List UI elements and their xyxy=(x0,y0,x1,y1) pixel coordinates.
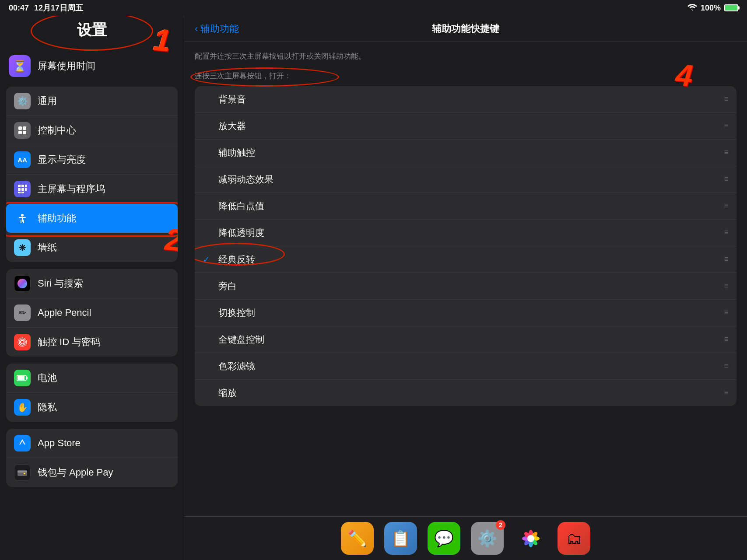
wallpaper-label: 墙纸 xyxy=(38,241,57,254)
touchid-label: 触控 ID 与密码 xyxy=(38,336,101,349)
svg-point-13 xyxy=(18,279,27,288)
homescreen-label: 主屏幕与程序坞 xyxy=(38,182,105,196)
privacy-label: 隐私 xyxy=(38,401,57,414)
sidebar-item-homescreen[interactable]: 主屏幕与程序坞 xyxy=(6,175,178,204)
dock-icon-misc[interactable]: 🗂 xyxy=(558,522,590,555)
shortcut-item-magnifier[interactable]: 放大器 ≡ xyxy=(195,113,736,140)
sidebar-item-siri[interactable]: Siri 与搜索 xyxy=(6,269,178,298)
svg-rect-11 xyxy=(21,192,24,193)
wifi-icon xyxy=(687,4,697,13)
sidebar-item-wallet[interactable]: 钱包与 Apple Pay xyxy=(6,458,178,487)
shortcut-item-reduce-white-point[interactable]: 降低白点值 ≡ xyxy=(195,193,736,220)
drag-handle-reduce-transparency[interactable]: ≡ xyxy=(724,228,729,237)
sidebar-item-applepencil[interactable]: ✏ Apple Pencil xyxy=(6,298,178,328)
settings-badge: 2 xyxy=(496,520,505,530)
sidebar-section-bottom: App Store 钱包与 Apple Pay xyxy=(6,429,178,487)
drag-handle-switch-control[interactable]: ≡ xyxy=(724,308,729,317)
appstore-icon xyxy=(14,435,31,452)
shortcut-item-classic-invert[interactable]: ✓ 经典反转 ≡ 3 xyxy=(195,246,736,273)
sidebar-item-display[interactable]: AA 显示与亮度 xyxy=(6,145,178,175)
shortcut-item-zoom[interactable]: 缩放 ≡ xyxy=(195,380,736,406)
sidebar-item-wallpaper[interactable]: ❋ 墙纸 xyxy=(6,233,178,262)
drag-handle-reduce-motion[interactable]: ≡ xyxy=(724,175,729,184)
annotation-number-1: 1 xyxy=(152,22,172,58)
back-label: 辅助功能 xyxy=(200,22,239,35)
battery-icon-sidebar xyxy=(14,370,31,386)
main-layout: 设置 1 ⏳ 屏幕使用时间 ⚙️ 通用 控制中心 AA 显示与亮度 xyxy=(0,16,747,560)
back-chevron-icon: ‹ xyxy=(195,23,198,35)
battery-percent: 100% xyxy=(701,4,721,13)
drag-handle-background-sound[interactable]: ≡ xyxy=(724,94,729,104)
shortcut-item-reduce-transparency[interactable]: 降低透明度 ≡ xyxy=(195,220,736,246)
check-classic-invert: ✓ xyxy=(203,254,211,265)
homescreen-icon xyxy=(14,181,31,197)
shortcut-item-full-keyboard[interactable]: 全键盘控制 ≡ xyxy=(195,326,736,353)
drag-handle-assistive-touch[interactable]: ≡ xyxy=(724,148,729,157)
controlcenter-label: 控制中心 xyxy=(38,124,76,137)
general-icon: ⚙️ xyxy=(14,93,31,109)
dock-icon-photos[interactable] xyxy=(514,522,547,555)
shortcut-item-background-sound[interactable]: 背景音 ≡ xyxy=(195,86,736,113)
touchid-icon xyxy=(14,334,31,350)
sidebar-item-appstore[interactable]: App Store xyxy=(6,429,178,458)
shortcut-item-assistive-touch[interactable]: 辅助触控 ≡ xyxy=(195,140,736,166)
siri-icon xyxy=(14,275,31,292)
shortcut-item-color-filter[interactable]: 色彩滤镜 ≡ xyxy=(195,353,736,380)
sidebar-item-accessibility[interactable]: 辅助功能 xyxy=(6,204,178,233)
sidebar: 设置 1 ⏳ 屏幕使用时间 ⚙️ 通用 控制中心 AA 显示与亮度 xyxy=(0,16,184,560)
drag-handle-color-filter[interactable]: ≡ xyxy=(724,361,729,371)
display-icon: AA xyxy=(14,151,31,168)
shortcut-item-reduce-motion[interactable]: 减弱动态效果 ≡ xyxy=(195,166,736,193)
controlcenter-icon xyxy=(14,122,31,139)
accessibility-label: 辅助功能 xyxy=(38,212,76,225)
svg-rect-8 xyxy=(21,188,24,191)
svg-point-31 xyxy=(527,535,534,542)
applepencil-icon: ✏ xyxy=(14,304,31,321)
svg-rect-6 xyxy=(25,185,27,187)
sidebar-item-privacy[interactable]: ✋ 隐私 xyxy=(6,393,178,422)
dock-wechat-icon: 💬 xyxy=(434,529,454,548)
appstore-label: App Store xyxy=(38,438,81,449)
siri-label: Siri 与搜索 xyxy=(38,277,83,290)
sidebar-item-general[interactable]: ⚙️ 通用 xyxy=(6,87,178,116)
dock-icon-notes[interactable]: 📋 xyxy=(384,522,417,555)
annotation-number-4: 4 xyxy=(674,57,694,93)
dock-icon-pencil[interactable]: ✏️ xyxy=(341,522,374,555)
sidebar-section-1: ⚙️ 通用 控制中心 AA 显示与亮度 主屏幕与程序坞 xyxy=(6,87,178,262)
svg-rect-9 xyxy=(25,188,27,191)
accessibility-wrap: 辅助功能 2 xyxy=(6,204,178,233)
battery-icon xyxy=(724,4,738,11)
svg-rect-7 xyxy=(18,188,21,191)
general-label: 通用 xyxy=(38,94,57,108)
drag-handle-voiceover[interactable]: ≡ xyxy=(724,281,729,290)
sidebar-header: 设置 1 xyxy=(0,16,184,49)
shortcut-list: 背景音 ≡ 放大器 ≡ 辅助触控 ≡ 减弱动态 xyxy=(195,86,736,406)
accessibility-icon xyxy=(14,210,31,227)
shortcut-item-switch-control[interactable]: 切换控制 ≡ xyxy=(195,300,736,326)
drag-handle-classic-invert[interactable]: ≡ xyxy=(724,255,729,264)
svg-rect-0 xyxy=(18,126,22,130)
sidebar-item-touchid[interactable]: 触控 ID 与密码 xyxy=(6,328,178,357)
description-text: 配置并连按三次主屏幕按钮以打开或关闭辅助功能。 xyxy=(195,51,736,62)
drag-handle-magnifier[interactable]: ≡ xyxy=(724,121,729,130)
dock-icon-settings[interactable]: ⚙️ 2 xyxy=(471,522,504,555)
dock-icon-wechat[interactable]: 💬 xyxy=(428,522,460,555)
battery-label: 电池 xyxy=(38,371,57,385)
drag-handle-zoom[interactable]: ≡ xyxy=(724,388,729,397)
sidebar-item-battery[interactable]: 电池 xyxy=(6,364,178,393)
svg-rect-4 xyxy=(18,185,21,187)
drag-handle-full-keyboard[interactable]: ≡ xyxy=(724,335,729,344)
right-page-title: 辅助功能快捷键 xyxy=(432,22,499,35)
svg-rect-18 xyxy=(26,377,28,379)
status-bar: 00:47 12月17日周五 100% xyxy=(0,0,747,16)
right-header: ‹ 辅助功能 辅助功能快捷键 xyxy=(184,16,747,42)
back-button[interactable]: ‹ 辅助功能 xyxy=(195,22,239,35)
dock-photos-icon xyxy=(520,528,542,550)
wallet-icon xyxy=(14,464,31,481)
shortcut-item-voiceover[interactable]: 旁白 ≡ xyxy=(195,273,736,300)
sidebar-item-controlcenter[interactable]: 控制中心 xyxy=(6,116,178,145)
drag-handle-reduce-white-point[interactable]: ≡ xyxy=(724,201,729,210)
dock-notes-icon: 📋 xyxy=(391,529,410,548)
sidebar-section-3: 电池 ✋ 隐私 xyxy=(6,364,178,422)
annotation-number-2: 2 xyxy=(164,221,178,258)
